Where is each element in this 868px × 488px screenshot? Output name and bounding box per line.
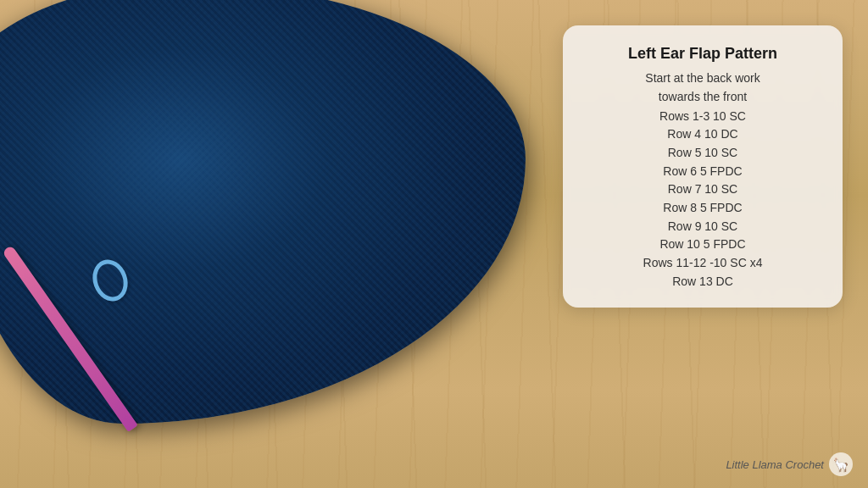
pattern-row-10: Row 13 DC	[587, 273, 819, 291]
branding: Little Llama Crochet 🦙	[726, 452, 853, 476]
pattern-row-3: Row 5 10 SC	[587, 144, 819, 163]
card-subtitle-line1: Start at the back work	[587, 70, 819, 87]
brand-text: Little Llama Crochet	[726, 458, 824, 471]
pattern-row-6: Row 8 5 FPDC	[587, 199, 819, 218]
pattern-row-4: Row 6 5 FPDC	[587, 163, 819, 181]
pattern-row-5: Row 7 10 SC	[587, 180, 819, 199]
pattern-row-1: Rows 1-3 10 SC	[587, 108, 819, 126]
brand-logo: 🦙	[829, 452, 853, 476]
pattern-row-7: Row 9 10 SC	[587, 218, 819, 236]
card-title: Left Ear Flap Pattern	[587, 44, 819, 64]
info-card: Left Ear Flap Pattern Start at the back …	[563, 25, 843, 308]
pattern-rows: Rows 1-3 10 SCRow 4 10 DCRow 5 10 SCRow …	[587, 108, 819, 291]
card-subtitle-line2: towards the front	[587, 89, 819, 106]
stitch-marker	[87, 255, 134, 307]
hand-area	[25, 200, 297, 437]
pattern-row-8: Row 10 5 FPDC	[587, 236, 819, 254]
pattern-row-9: Rows 11-12 -10 SC x4	[587, 254, 819, 273]
pattern-row-2: Row 4 10 DC	[587, 125, 819, 144]
